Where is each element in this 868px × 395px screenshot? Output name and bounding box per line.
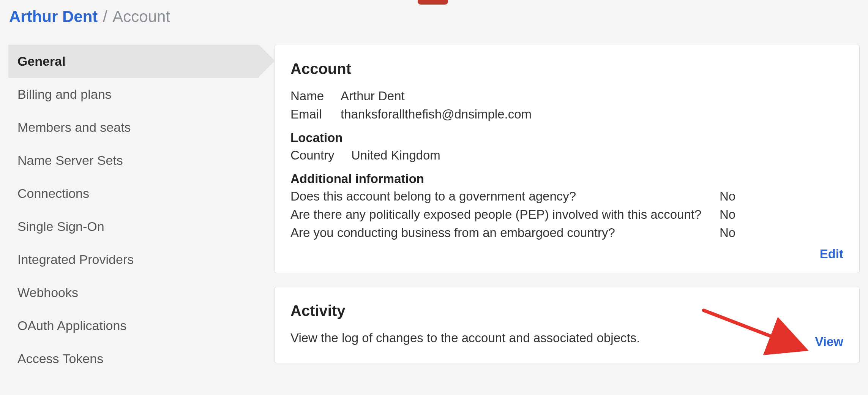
sidebar-item-webhooks[interactable]: Webhooks xyxy=(8,276,259,309)
sidebar-item-access-tokens[interactable]: Access Tokens xyxy=(8,342,259,375)
top-red-tab-fragment xyxy=(418,0,448,5)
breadcrumb: Arthur Dent / Account xyxy=(8,8,860,26)
email-value: thanksforallthefish@dnsimple.com xyxy=(341,107,532,122)
activity-description: View the log of changes to the account a… xyxy=(290,331,843,345)
breadcrumb-separator: / xyxy=(102,8,108,25)
email-label: Email xyxy=(290,107,341,122)
answer-gov-agency: No xyxy=(720,189,735,204)
question-embargo: Are you conducting business from an emba… xyxy=(290,226,720,240)
edit-account-link[interactable]: Edit xyxy=(820,247,843,261)
activity-card-title: Activity xyxy=(290,302,843,319)
answer-embargo: No xyxy=(720,226,735,240)
location-heading: Location xyxy=(290,131,843,145)
country-label: Country xyxy=(290,148,351,163)
breadcrumb-current: Account xyxy=(112,8,170,25)
view-activity-link[interactable]: View xyxy=(815,335,843,349)
sidebar-item-members[interactable]: Members and seats xyxy=(8,111,259,144)
sidebar-item-sso[interactable]: Single Sign-On xyxy=(8,210,259,243)
activity-card: Activity View the log of changes to the … xyxy=(274,287,860,363)
sidebar-item-connections[interactable]: Connections xyxy=(8,177,259,210)
question-pep: Are there any politically exposed people… xyxy=(290,207,720,222)
account-card: Account Name Arthur Dent Email thanksfor… xyxy=(274,45,860,273)
sidebar-item-general[interactable]: General xyxy=(8,45,259,78)
additional-info-heading: Additional information xyxy=(290,172,843,186)
name-label: Name xyxy=(290,89,341,103)
sidebar-item-integrated-providers[interactable]: Integrated Providers xyxy=(8,243,259,276)
country-value: United Kingdom xyxy=(351,148,440,163)
settings-sidebar: General Billing and plans Members and se… xyxy=(8,45,259,377)
name-value: Arthur Dent xyxy=(341,89,405,103)
sidebar-item-billing[interactable]: Billing and plans xyxy=(8,78,259,111)
answer-pep: No xyxy=(720,207,735,222)
question-gov-agency: Does this account belong to a government… xyxy=(290,189,720,204)
breadcrumb-account-name[interactable]: Arthur Dent xyxy=(9,8,98,25)
sidebar-item-oauth-apps[interactable]: OAuth Applications xyxy=(8,309,259,342)
account-card-title: Account xyxy=(290,60,843,77)
sidebar-item-name-server-sets[interactable]: Name Server Sets xyxy=(8,144,259,177)
